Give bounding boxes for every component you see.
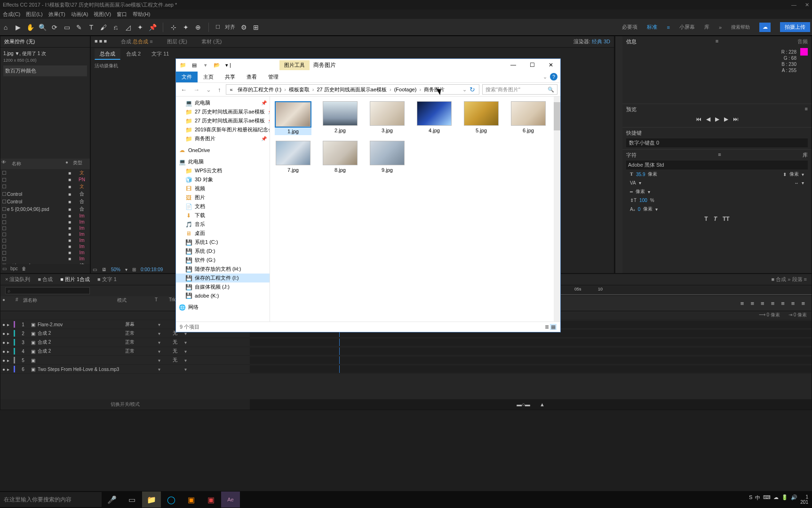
stamp-tool-icon[interactable]: ⎌: [112, 24, 119, 31]
tree-node[interactable]: 💻此电脑: [176, 157, 270, 166]
taskbar-app3-icon[interactable]: ▣: [201, 492, 220, 508]
address-bar[interactable]: « 保存的工程文件 (I:)› 模板套取› 27 历史时间线画面展示ae模板› …: [226, 84, 480, 95]
qat-more-icon[interactable]: ▾ |: [224, 61, 232, 69]
tree-node[interactable]: 💻此电脑📌: [176, 98, 270, 107]
menu-window[interactable]: 窗口: [117, 11, 127, 18]
timeline-row[interactable]: ●▸4▣合成 2正常▾无▾: [0, 347, 812, 356]
taskbar-aftereffects-icon[interactable]: Ae: [221, 492, 240, 508]
explorer-tree[interactable]: 💻此电脑📌📁27 历史时间线画面展示ae模板📌📁27 历史时间线画面展示ae模板…: [176, 97, 270, 322]
char-menu-icon[interactable]: ≡: [718, 152, 721, 159]
ribbon-tab-view[interactable]: 查看: [241, 72, 263, 82]
roto-tool-icon[interactable]: ✦: [136, 24, 144, 31]
brush-tool-icon[interactable]: 🖌: [100, 24, 107, 31]
menu-view[interactable]: 视图(V): [94, 11, 111, 18]
font-size-value[interactable]: 35.9: [636, 172, 645, 177]
play-icon[interactable]: ▶: [715, 116, 719, 122]
minimize-button[interactable]: —: [791, 0, 796, 9]
nav-up-icon[interactable]: ↑: [216, 86, 223, 93]
viewer-res-icon[interactable]: ▾: [125, 267, 127, 272]
viewer-display-icon[interactable]: 🖥: [102, 267, 106, 272]
tree-node[interactable]: ⬇下载: [176, 211, 270, 220]
file-thumbnail[interactable]: 8.jpg: [322, 141, 358, 173]
crumb-3[interactable]: (Footage): [392, 87, 419, 92]
explorer-context-tab[interactable]: 图片工具: [279, 60, 310, 70]
preview-menu-icon[interactable]: ≡: [805, 106, 808, 113]
nav-back-icon[interactable]: ←: [179, 86, 189, 93]
file-thumbnail[interactable]: 9.jpg: [369, 141, 406, 173]
allcaps-button[interactable]: TT: [723, 216, 730, 222]
tree-node[interactable]: 💾adobe (K:): [176, 291, 270, 300]
tree-node[interactable]: 📁商务图片📌: [176, 134, 270, 143]
ribbon-tab-file[interactable]: 文件: [176, 72, 198, 82]
tl-tab-render-queue[interactable]: × 渲染队列: [5, 276, 30, 283]
justify-all-icon[interactable]: ≡: [801, 300, 805, 307]
info-tab[interactable]: 信息: [626, 38, 637, 45]
explorer-minimize-button[interactable]: —: [504, 59, 523, 71]
tree-node[interactable]: 📁WPS云文档: [176, 166, 270, 175]
project-row[interactable]: ■文: [0, 169, 90, 177]
tree-node[interactable]: 🧊3D 对象: [176, 175, 270, 184]
project-row[interactable]: ■PN: [0, 177, 90, 183]
library-tab[interactable]: 库: [803, 152, 808, 159]
orbit-tool-icon[interactable]: ⟳: [51, 24, 58, 31]
qat-down-icon[interactable]: ▾: [201, 61, 210, 69]
file-thumbnail[interactable]: 6.jpg: [510, 101, 547, 135]
project-row[interactable]: ■Im: [0, 219, 90, 225]
explorer-search-input[interactable]: 搜索"商务图片" 🔍: [482, 84, 557, 95]
snapshot-upload-button[interactable]: 拍摄上传: [780, 22, 810, 32]
home-icon[interactable]: ⌂: [2, 24, 9, 31]
bold-button[interactable]: T: [704, 216, 708, 222]
workspace-menu-icon[interactable]: ≡: [667, 24, 669, 30]
align-center-icon[interactable]: ≡: [750, 300, 754, 307]
qat-props-icon[interactable]: ▤: [190, 61, 199, 69]
project-row[interactable]: ■Im: [0, 237, 90, 243]
tree-node[interactable]: 🖼图片: [176, 193, 270, 202]
snap-opt2-icon[interactable]: ⊞: [252, 24, 260, 31]
timeline-toggle-switches[interactable]: 切换开关/模式: [0, 399, 250, 410]
project-row[interactable]: ■Im: [0, 256, 90, 262]
eraser-tool-icon[interactable]: ◿: [124, 24, 132, 31]
project-col-name[interactable]: 名称: [10, 160, 64, 168]
menu-help[interactable]: 帮助(H): [133, 11, 150, 18]
tl-zoom-in-icon[interactable]: ▲: [540, 402, 545, 407]
search-help[interactable]: 搜索帮助: [731, 24, 750, 31]
tab-footage-none[interactable]: 素材 (无): [201, 38, 222, 45]
snap-opt-icon[interactable]: ⚙: [240, 24, 247, 31]
explorer-maximize-button[interactable]: ☐: [523, 59, 541, 71]
workspace-standard[interactable]: 标准: [647, 24, 657, 31]
tree-node[interactable]: 🌐网络: [176, 303, 270, 312]
project-row[interactable]: e 5 {0;00;04;06}.psd■合: [0, 205, 90, 213]
tl-tab-paragraph[interactable]: 段落: [792, 276, 803, 282]
nav-forward-icon[interactable]: →: [191, 86, 201, 93]
tree-node[interactable]: 🎵音乐: [176, 220, 270, 229]
project-col-type[interactable]: 类型: [73, 160, 89, 168]
file-thumbnail[interactable]: 3.jpg: [369, 101, 406, 135]
cloud-sync-icon[interactable]: ☁: [759, 23, 771, 32]
tree-node[interactable]: 📁2019喜庆新年图片相册祝福纪念会声📌: [176, 125, 270, 134]
puppet-tool-icon[interactable]: 📌: [149, 24, 156, 31]
tree-node[interactable]: 📁27 历史时间线画面展示ae模板📌: [176, 107, 270, 116]
collapsed-panel-strip[interactable]: [615, 36, 622, 273]
menu-comp[interactable]: 合成(C): [3, 11, 20, 18]
tree-node[interactable]: 💾随便存放的文档 (H:): [176, 265, 270, 274]
tab-layer-none[interactable]: 图层 (无): [167, 38, 187, 45]
workspace-essentials[interactable]: 必要项: [622, 24, 637, 31]
tree-node[interactable]: 💾系统 (D:): [176, 247, 270, 256]
system-tray[interactable]: S 中 ⌨ ☁ 🔋 🔊 1201: [745, 494, 812, 505]
file-thumbnail[interactable]: 1.jpg: [275, 101, 311, 135]
tl-tab-comp[interactable]: ■ 合成: [38, 276, 53, 283]
rect-tool-icon[interactable]: ▭: [63, 24, 71, 31]
prev-frame-icon[interactable]: ◀: [706, 116, 710, 122]
effect-controls-tab[interactable]: 效果控件 (无): [4, 38, 35, 45]
axis-world-icon[interactable]: ✦: [182, 24, 190, 31]
menu-anim[interactable]: 动画(A): [71, 11, 88, 18]
tree-node[interactable]: 💾自媒体视频 (J:): [176, 282, 270, 291]
workspace-more-icon[interactable]: »: [719, 24, 722, 30]
tl-zoom-out-icon[interactable]: ▬○▬: [517, 402, 530, 407]
project-row[interactable]: Control■合: [0, 198, 90, 205]
explorer-close-button[interactable]: ✕: [541, 59, 560, 71]
ribbon-expand-icon[interactable]: ⌄: [543, 74, 547, 80]
project-row[interactable]: ■Im: [0, 243, 90, 250]
cortana-mic-icon[interactable]: 🎤: [103, 492, 121, 508]
taskbar-explorer-icon[interactable]: 📁: [142, 492, 161, 508]
